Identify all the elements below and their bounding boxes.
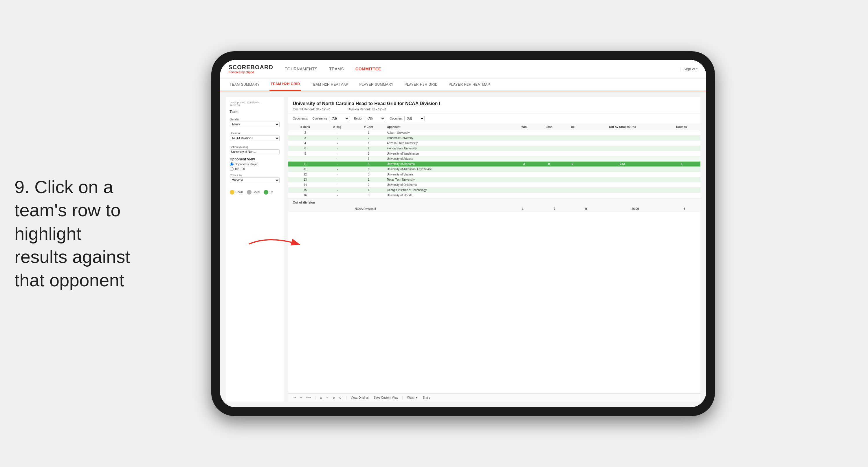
table-row[interactable]: 4-1Arizona State University — [288, 140, 701, 146]
cell-win — [513, 182, 536, 187]
col-rank: # Rank — [288, 124, 322, 130]
undo-button[interactable]: ↩ — [292, 396, 297, 400]
cell-conf: 3 — [352, 193, 385, 198]
conference-filter: Conference (All) — [312, 116, 349, 121]
cell-diff — [583, 187, 663, 193]
cell-tie — [562, 187, 582, 193]
table-row[interactable]: 2-1Auburn University — [288, 130, 701, 135]
table-row[interactable]: 11-5University of Alabama3002.618 — [288, 161, 701, 167]
last-updated: Last Updated: 27/03/2024 16:55:38 — [230, 101, 280, 107]
bottom-toolbar: ↩ ↪ ↩↩ | ⊞ ✎ ⊕ ⏱ | View: Original — [288, 393, 701, 402]
sub-nav-player-h2h-grid[interactable]: PLAYER H2H GRID — [403, 79, 439, 91]
toolbar-history-group: ↩ ↪ ↩↩ — [292, 396, 312, 400]
out-of-division-row[interactable]: NCAA Division II 1 0 0 26.00 3 — [288, 206, 701, 212]
table-row[interactable]: 3-2Vanderbilt University — [288, 135, 701, 140]
cell-reg: - — [322, 161, 352, 167]
legend-down: Down — [230, 190, 243, 195]
cell-conf: 3 — [352, 172, 385, 177]
sign-out-button[interactable]: Sign out — [684, 67, 698, 71]
school-input[interactable] — [230, 149, 280, 154]
sub-nav-team-h2h-grid[interactable]: TEAM H2H GRID — [270, 79, 301, 91]
cell-win — [513, 172, 536, 177]
main-panel: University of North Carolina Head-to-Hea… — [288, 97, 701, 402]
cell-rounds — [663, 140, 701, 146]
cell-tie — [562, 151, 582, 156]
table-row[interactable]: 11-6University of Arkansas, Fayetteville — [288, 167, 701, 172]
cell-diff — [583, 156, 663, 161]
nav-tournaments[interactable]: TOURNAMENTS — [285, 66, 317, 71]
table-row[interactable]: 15-4Georgia Institute of Technology — [288, 187, 701, 193]
conference-select[interactable]: (All) — [329, 116, 349, 121]
cell-conf: 2 — [352, 182, 385, 187]
table-row[interactable]: 12-3University of Virginia — [288, 172, 701, 177]
sub-nav-player-h2h-heatmap[interactable]: PLAYER H2H HEATMAP — [447, 79, 491, 91]
cell-conf: 4 — [352, 187, 385, 193]
table-row[interactable]: 13-1Texas Tech University — [288, 177, 701, 182]
down-dot — [230, 190, 235, 195]
radio-opponents-played[interactable]: Opponents Played — [230, 163, 280, 166]
cell-reg: - — [322, 172, 352, 177]
undo-all-button[interactable]: ↩↩ — [305, 396, 312, 400]
nav-committee[interactable]: COMMITTEE — [355, 66, 381, 71]
cell-conf: 2 — [352, 146, 385, 151]
ood-conf — [332, 206, 353, 212]
cell-reg: - — [322, 156, 352, 161]
ood-diff: 26.00 — [602, 206, 669, 212]
cell-reg: - — [322, 177, 352, 182]
cell-win — [513, 193, 536, 198]
division-select[interactable]: NCAA Division I — [230, 136, 280, 141]
table-row[interactable]: 6-2Florida State University — [288, 146, 701, 151]
cell-win — [513, 140, 536, 146]
cell-conf: 5 — [352, 161, 385, 167]
view-original-button[interactable]: View: Original — [350, 396, 370, 400]
ood-tie: 0 — [570, 206, 602, 212]
cell-loss — [535, 135, 562, 140]
cell-opponent: University of Virginia — [385, 172, 512, 177]
cell-diff — [583, 167, 663, 172]
school-section: School (Rank) — [230, 146, 280, 154]
grid-button[interactable]: ⊞ — [319, 396, 323, 400]
gender-select[interactable]: Men's — [230, 122, 280, 127]
add-button[interactable]: ⊕ — [332, 396, 336, 400]
table-row[interactable]: 8-2University of Washington — [288, 151, 701, 156]
cell-diff — [583, 172, 663, 177]
table-row[interactable]: 14-2University of Oklahoma — [288, 182, 701, 187]
cell-tie — [562, 182, 582, 187]
sidebar-panel: Last Updated: 27/03/2024 16:55:38 Team G… — [226, 97, 284, 402]
cell-conf: 1 — [352, 177, 385, 182]
cell-loss — [535, 172, 562, 177]
colour-by-section: Colour by Win/loss — [230, 174, 280, 185]
cell-reg: - — [322, 151, 352, 156]
time-button[interactable]: ⏱ — [338, 396, 343, 400]
data-table-wrapper: # Rank # Reg # Conf Opponent Win Loss Ti… — [288, 124, 701, 393]
table-row[interactable]: 16-3University of Florida — [288, 193, 701, 198]
opponent-filter: Opponent (All) — [390, 116, 425, 121]
save-custom-view-button[interactable]: Save Custom View — [372, 396, 399, 400]
sub-nav-team-summary[interactable]: TEAM SUMMARY — [229, 79, 261, 91]
region-select[interactable]: (All) — [365, 116, 385, 121]
tablet-screen: SCOREBOARD Powered by clippd TOURNAMENTS… — [220, 60, 706, 407]
cell-loss: 0 — [535, 161, 562, 167]
radio-top-100[interactable]: Top 100 — [230, 167, 280, 171]
nav-teams[interactable]: TEAMS — [329, 66, 344, 71]
radio-group: Opponents Played Top 100 — [230, 163, 280, 171]
sub-nav-player-summary[interactable]: PLAYER SUMMARY — [358, 79, 395, 91]
cell-win — [513, 177, 536, 182]
cell-tie — [562, 135, 582, 140]
cell-opponent: Florida State University — [385, 146, 512, 151]
cell-opponent: University of Alabama — [385, 161, 512, 167]
edit-pencil-button[interactable]: ✎ — [325, 396, 330, 400]
colour-by-select[interactable]: Win/loss — [230, 177, 280, 183]
share-button[interactable]: Share — [422, 396, 432, 400]
opponent-view-label: Opponent View — [230, 157, 280, 161]
col-rounds: Rounds — [663, 124, 701, 130]
legend-up: Up — [264, 190, 273, 195]
cell-diff — [583, 182, 663, 187]
sub-nav-team-h2h-heatmap[interactable]: TEAM H2H HEATMAP — [310, 79, 349, 91]
cell-reg: - — [322, 135, 352, 140]
ood-reg — [310, 206, 332, 212]
opponent-select[interactable]: (All) — [404, 116, 425, 121]
watch-button[interactable]: Watch ▾ — [406, 396, 419, 400]
table-row[interactable]: -3University of Arizona — [288, 156, 701, 161]
redo-button[interactable]: ↪ — [299, 396, 303, 400]
